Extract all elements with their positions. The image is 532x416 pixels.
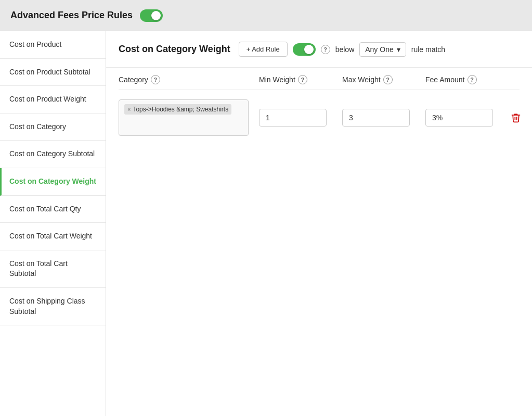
sidebar-item-cost-on-product[interactable]: Cost on Product — [0, 31, 106, 59]
min-weight-help-icon[interactable]: ? — [298, 75, 307, 84]
column-header-max-weight: Max Weight ? — [342, 75, 425, 84]
category-tag-label: Tops->Hoodies &amp; Sweatshirts — [133, 106, 228, 113]
sidebar-item-cost-on-category[interactable]: Cost on Category — [0, 114, 106, 141]
trash-icon — [511, 112, 521, 123]
category-help-icon[interactable]: ? — [151, 75, 160, 84]
max-weight-input[interactable] — [342, 109, 410, 127]
max-weight-col-label: Max Weight — [342, 75, 381, 84]
main-layout: Cost on Product Cost on Product Subtotal… — [0, 31, 532, 416]
sidebar-item-cost-on-total-cart-qty[interactable]: Cost on Total Cart Qty — [0, 196, 106, 223]
content-header: Cost on Category Weight + Add Rule ? bel… — [106, 31, 532, 68]
table-header-row: Category ? Min Weight ? Max Weight ? Fee… — [119, 68, 520, 90]
fee-amount-input[interactable] — [425, 109, 493, 127]
dropdown-value: Any One — [365, 45, 393, 54]
rule-toggle[interactable] — [293, 43, 316, 56]
column-header-fee-amount: Fee Amount ? — [425, 75, 509, 84]
sidebar-item-cost-on-category-weight[interactable]: Cost on Category Weight — [0, 168, 106, 196]
sidebar-item-cost-on-category-subtotal[interactable]: Cost on Category Subtotal — [0, 141, 106, 168]
content-title: Cost on Category Weight — [119, 44, 230, 55]
any-one-dropdown[interactable]: Any One ▾ — [359, 42, 406, 57]
rule-match-label: rule match — [411, 45, 445, 54]
column-header-category: Category ? — [119, 75, 259, 84]
toggle-knob — [151, 11, 161, 20]
app-header: Advanced Fees Price Rules — [0, 0, 532, 31]
rule-toggle-knob — [304, 45, 314, 54]
max-weight-help-icon[interactable]: ? — [383, 75, 393, 84]
min-weight-col-label: Min Weight — [259, 75, 295, 84]
toggle-help-icon[interactable]: ? — [321, 45, 330, 54]
tag-remove-icon[interactable]: × — [127, 106, 131, 112]
app-title: Advanced Fees Price Rules — [10, 10, 133, 21]
min-weight-cell — [259, 109, 342, 127]
table-row: × Tops->Hoodies &amp; Sweatshirts — [119, 90, 520, 145]
min-weight-input[interactable] — [259, 109, 327, 127]
sidebar-item-cost-on-product-subtotal[interactable]: Cost on Product Subtotal — [0, 59, 106, 86]
max-weight-cell — [342, 109, 425, 127]
sidebar-item-cost-on-total-cart-subtotal[interactable]: Cost on Total Cart Subtotal — [0, 250, 106, 288]
sidebar: Cost on Product Cost on Product Subtotal… — [0, 31, 106, 416]
fee-amount-col-label: Fee Amount — [425, 75, 465, 84]
table-area: Category ? Min Weight ? Max Weight ? Fee… — [106, 68, 532, 145]
column-header-min-weight: Min Weight ? — [259, 75, 342, 84]
chevron-down-icon: ▾ — [397, 45, 400, 54]
delete-row-button[interactable] — [509, 110, 523, 125]
fee-amount-cell — [425, 109, 509, 127]
actions-cell — [509, 110, 529, 125]
category-tag-input[interactable]: × Tops->Hoodies &amp; Sweatshirts — [119, 99, 249, 136]
condition-label: below — [335, 45, 355, 54]
category-tag: × Tops->Hoodies &amp; Sweatshirts — [124, 104, 231, 115]
sidebar-item-cost-on-product-weight[interactable]: Cost on Product Weight — [0, 86, 106, 114]
fee-amount-help-icon[interactable]: ? — [468, 75, 477, 84]
main-toggle[interactable] — [140, 9, 163, 22]
sidebar-item-cost-on-shipping-class-subtotal[interactable]: Cost on Shipping Class Subtotal — [0, 288, 106, 325]
add-rule-button[interactable]: + Add Rule — [239, 42, 288, 57]
sidebar-item-cost-on-total-cart-weight[interactable]: Cost on Total Cart Weight — [0, 223, 106, 250]
main-content: Cost on Category Weight + Add Rule ? bel… — [106, 31, 532, 416]
category-col-label: Category — [119, 75, 148, 84]
category-cell: × Tops->Hoodies &amp; Sweatshirts — [119, 99, 259, 136]
